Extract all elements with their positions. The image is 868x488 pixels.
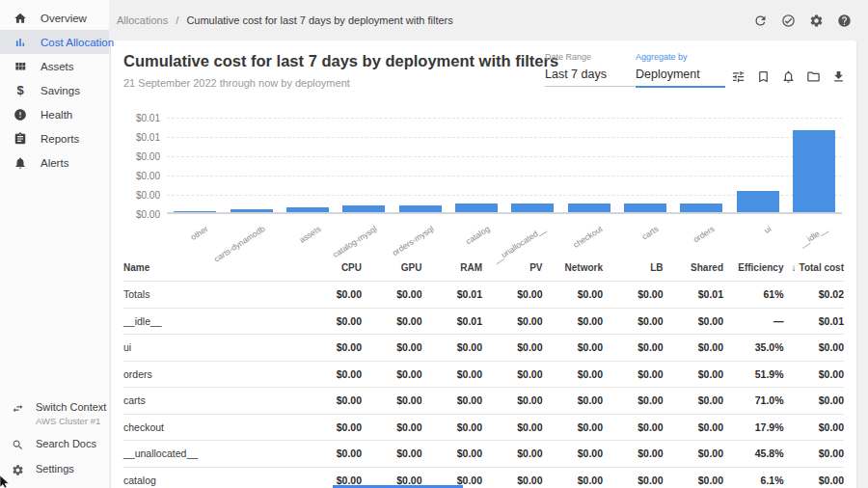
- cell-network: $0.00: [543, 341, 604, 353]
- mouse-cursor-icon: [0, 475, 13, 488]
- breadcrumb-separator: /: [176, 14, 178, 26]
- aggregate-by-select[interactable]: Deployment: [636, 68, 725, 88]
- table-row-carts[interactable]: carts$0.00$0.00$0.00$0.00$0.00$0.00$0.00…: [123, 388, 844, 415]
- cell-lb: $0.00: [603, 288, 664, 300]
- gear-button[interactable]: [807, 12, 825, 29]
- cell-gpu: $0.00: [362, 394, 422, 406]
- sidebar-item-health[interactable]: Health: [0, 102, 109, 126]
- cell-lb: $0.00: [603, 474, 664, 486]
- refresh-button[interactable]: [751, 12, 769, 29]
- bar-orders-mysql[interactable]: [399, 205, 442, 212]
- column-header-lb[interactable]: LB: [603, 262, 664, 273]
- date-range-select[interactable]: Last 7 days: [545, 68, 635, 87]
- cell-cpu: $0.00: [302, 474, 363, 486]
- cell-gpu: $0.00: [362, 368, 422, 380]
- cell-lb: $0.00: [603, 421, 664, 433]
- dollar-icon: $: [14, 83, 27, 97]
- filters-tune-button[interactable]: [729, 68, 746, 85]
- sidebar-nav: OverviewCost AllocationAssets$SavingsHea…: [0, 0, 109, 175]
- chart-gridline: [167, 176, 842, 176]
- column-header-cpu[interactable]: CPU: [302, 262, 363, 273]
- cell-lb: $0.00: [603, 447, 664, 459]
- cell-gpu: $0.00: [362, 447, 422, 459]
- cell-lb: $0.00: [603, 394, 664, 406]
- column-header-network[interactable]: Network: [543, 262, 604, 273]
- column-header-gpu[interactable]: GPU: [362, 262, 422, 273]
- cell-pv: $0.00: [482, 341, 543, 353]
- bell-outline-icon: [781, 69, 796, 84]
- health-error-icon: [14, 108, 27, 122]
- y-axis-tick-label: $0.01: [123, 113, 160, 123]
- bell-outline-button[interactable]: [779, 68, 797, 85]
- table-row-totals[interactable]: Totals$0.00$0.00$0.01$0.00$0.00$0.00$0.0…: [123, 282, 844, 309]
- bar-checkout[interactable]: [568, 203, 610, 212]
- sidebar-item-alerts[interactable]: Alerts: [0, 150, 109, 175]
- bar-carts[interactable]: [624, 203, 666, 212]
- column-header-pv[interactable]: PV: [482, 262, 543, 273]
- table-row-orders[interactable]: orders$0.00$0.00$0.00$0.00$0.00$0.00$0.0…: [123, 362, 844, 389]
- cell-name: __idle__: [123, 315, 302, 327]
- bar-catalog-mysql[interactable]: [342, 205, 385, 212]
- bar-orders[interactable]: [680, 203, 722, 212]
- bar-assets[interactable]: [286, 207, 329, 212]
- cell-cpu: $0.00: [302, 447, 363, 459]
- reports-clipboard-icon: [14, 132, 27, 146]
- cell-total-cost: $0.00: [784, 341, 845, 353]
- cell-network: $0.00: [543, 288, 604, 300]
- cell-total-cost: $0.00: [784, 447, 845, 459]
- sidebar-item-assets[interactable]: Assets: [0, 54, 109, 78]
- cell-efficiency: 6.1%: [723, 474, 784, 486]
- cell-ram: $0.00: [422, 394, 483, 406]
- breadcrumb-parent-link[interactable]: Allocations: [117, 14, 168, 26]
- y-axis-tick-label: $0.00: [123, 209, 160, 220]
- table-row-checkout[interactable]: checkout$0.00$0.00$0.00$0.00$0.00$0.00$0…: [123, 415, 844, 442]
- bookmark-button[interactable]: [754, 68, 772, 85]
- cell-gpu: $0.00: [362, 341, 422, 353]
- cell-shared: $0.00: [664, 394, 724, 406]
- table-row-__unallocated__[interactable]: __unallocated__$0.00$0.00$0.00$0.00$0.00…: [123, 441, 844, 468]
- cell-pv: $0.00: [482, 474, 543, 486]
- sidebar-footer-search-docs[interactable]: Search Docs: [0, 432, 109, 457]
- bar-other[interactable]: [174, 211, 216, 212]
- table-row-ui[interactable]: ui$0.00$0.00$0.00$0.00$0.00$0.00$0.0035.…: [123, 335, 844, 362]
- sidebar-item-savings[interactable]: $Savings: [0, 78, 109, 102]
- cell-name: checkout: [123, 421, 302, 433]
- cell-ram: $0.01: [422, 288, 483, 300]
- help-button[interactable]: [835, 12, 853, 29]
- sidebar-item-overview[interactable]: Overview: [0, 6, 109, 30]
- bar-__idle__[interactable]: [793, 130, 835, 212]
- sidebar-item-label: Health: [41, 109, 72, 121]
- bar-ui[interactable]: [737, 191, 779, 212]
- cell-network: $0.00: [543, 315, 604, 327]
- table-row-__idle__[interactable]: __idle__$0.00$0.00$0.01$0.00$0.00$0.00$0…: [123, 309, 844, 336]
- sidebar-footer-settings[interactable]: Settings: [0, 457, 109, 482]
- search-icon: [12, 439, 24, 451]
- bar-catalog[interactable]: [455, 203, 498, 212]
- cell-gpu: $0.00: [362, 421, 422, 433]
- bar-__unallocated__[interactable]: [511, 203, 554, 212]
- folder-button[interactable]: [804, 68, 822, 85]
- column-header-shared[interactable]: Shared: [664, 262, 724, 273]
- cell-total-cost: $0.00: [784, 368, 845, 380]
- cell-network: $0.00: [543, 447, 604, 459]
- column-header-ram[interactable]: RAM: [422, 262, 483, 273]
- sidebar-item-cost-allocation[interactable]: Cost Allocation: [0, 30, 109, 54]
- table-row-catalog[interactable]: catalog$0.00$0.00$0.00$0.00$0.00$0.00$0.…: [123, 468, 844, 488]
- chart-gridline: [167, 118, 842, 119]
- column-header-total-cost[interactable]: ↓Total cost: [784, 262, 845, 273]
- gear-icon: [12, 464, 24, 476]
- download-button[interactable]: [829, 68, 847, 85]
- cell-network: $0.00: [543, 368, 604, 380]
- cell-shared: $0.00: [664, 368, 724, 380]
- sidebar-item-reports[interactable]: Reports: [0, 126, 109, 150]
- bar-carts-dynamodb[interactable]: [231, 209, 273, 212]
- cell-cpu: $0.00: [302, 341, 363, 353]
- column-header-name[interactable]: Name: [123, 262, 302, 273]
- swap-arrows-icon: [12, 402, 24, 415]
- sidebar-footer-switch-context[interactable]: Switch ContextAWS Cluster #1: [0, 395, 109, 432]
- column-header-efficiency[interactable]: Efficiency: [723, 262, 784, 273]
- cell-gpu: $0.00: [362, 288, 422, 300]
- cell-network: $0.00: [543, 394, 604, 406]
- check-circle-button[interactable]: [779, 12, 797, 29]
- allocation-table: NameCPUGPURAMPVNetworkLBSharedEfficiency…: [123, 255, 844, 488]
